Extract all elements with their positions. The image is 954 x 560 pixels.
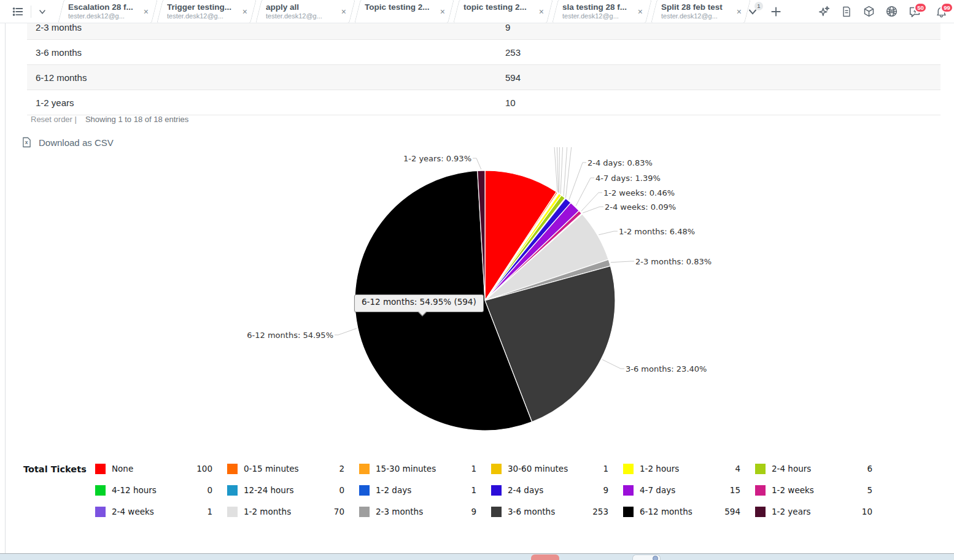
legend-swatch [623, 464, 634, 474]
background-pill-edge [632, 554, 661, 560]
legend-item: 1-2 years10 [755, 505, 887, 518]
legend-swatch [95, 485, 106, 496]
download-csv-label: Download as CSV [39, 137, 114, 148]
legend-label: 30-60 minutes [508, 464, 584, 474]
tab-subtitle: tester.desk12@g... [167, 12, 236, 20]
legend-value: 15 [716, 485, 740, 495]
tab-overflow-badge: 1 [754, 2, 763, 10]
callout-line [581, 193, 602, 211]
legend-label: 1-2 weeks [772, 485, 848, 495]
callout-line [599, 231, 618, 235]
legend-swatch [755, 464, 766, 474]
legend-value: 1 [584, 464, 608, 474]
table-row[interactable]: 3-6 months253 [27, 40, 940, 65]
tab-overflow-button[interactable]: 1 [747, 6, 759, 18]
legend-value: 253 [584, 507, 608, 516]
legend-title: Total Tickets [23, 464, 87, 474]
legend-label: 1-2 days [376, 485, 452, 495]
tab-close-icon[interactable]: × [144, 7, 149, 16]
tab-close-icon[interactable]: × [341, 7, 346, 16]
pie-slice-label: 1-2 months: 6.48% [619, 227, 695, 236]
legend-value: 1 [188, 507, 212, 516]
tab-close-icon[interactable]: × [737, 7, 742, 16]
tab-close-icon[interactable]: × [242, 7, 247, 16]
pie-slice-label: 2-4 weeks: 0.09% [605, 202, 676, 212]
legend-swatch [623, 485, 634, 496]
legend-label: None [112, 464, 188, 474]
tab-title: Escalation 28 f... [68, 2, 137, 12]
download-csv-link[interactable]: x Download as CSV [22, 137, 114, 148]
legend-item: 1-2 days1 [359, 483, 491, 497]
tab[interactable]: Split 28 feb testtester.desk12@g...× [651, 0, 750, 23]
legend-value: 594 [716, 507, 740, 516]
legend-value: 0 [188, 485, 212, 495]
legend-value: 10 [848, 507, 872, 516]
row-label: 1-2 years [27, 98, 505, 108]
pie-slice-label: 2-3 months: 0.83% [635, 257, 712, 266]
legend-label: 4-12 hours [112, 485, 188, 495]
pie-slice-label: 6-12 months: 54.95% [247, 331, 333, 340]
legend-label: 2-4 days [508, 485, 584, 495]
legend-item: 1-2 hours4 [623, 462, 755, 475]
legend-item: 3-6 months253 [491, 505, 623, 518]
legend-swatch [755, 485, 766, 496]
legend-value: 9 [452, 507, 476, 516]
legend-item: None100 [95, 462, 227, 475]
tab[interactable]: topic testing 2...× [454, 0, 553, 23]
callout-line [559, 147, 560, 193]
add-tab-button[interactable] [770, 6, 782, 18]
ticket-list-icon[interactable] [11, 5, 25, 18]
tab[interactable]: apply alltester.desk12@g...× [256, 0, 355, 23]
row-value: 594 [505, 72, 940, 83]
legend-label: 2-3 months [376, 507, 452, 516]
tab-close-icon[interactable]: × [440, 7, 445, 16]
tab-close-icon[interactable]: × [638, 7, 643, 16]
legend-value: 70 [320, 507, 344, 516]
table-row[interactable]: 6-12 months594 [27, 65, 940, 90]
row-label: 2-3 months [27, 22, 505, 33]
tab-title: topic testing 2... [463, 2, 532, 12]
tab[interactable]: Topic testing 2...× [355, 0, 454, 23]
legend-label: 1-2 hours [640, 464, 716, 474]
tab[interactable]: sla testing 28 f...tester.desk12@g...× [553, 0, 651, 23]
svg-text:x: x [25, 139, 28, 145]
legend-item: 4-12 hours0 [95, 483, 227, 497]
legend-label: 4-7 days [640, 485, 716, 495]
report-table: 2-3 months93-6 months2536-12 months5941-… [27, 15, 940, 115]
row-label: 3-6 months [27, 47, 505, 58]
legend-label: 12-24 hours [244, 485, 320, 495]
tab-close-icon[interactable]: × [539, 7, 544, 16]
bell-icon[interactable]: 99 [935, 5, 948, 18]
row-value: 9 [505, 22, 940, 33]
sparkles-icon[interactable] [818, 5, 831, 18]
legend-swatch [755, 507, 766, 517]
chat-icon[interactable]: 50 [908, 5, 921, 18]
pie-slice-label: 2-4 days: 0.83% [588, 158, 653, 167]
legend-swatch [491, 464, 502, 474]
apps-cube-icon[interactable] [863, 5, 875, 18]
legend-item: 1-2 weeks5 [755, 483, 887, 497]
tab[interactable]: Trigger testing...tester.desk12@g...× [157, 0, 256, 23]
reset-order-link[interactable]: Reset order | [31, 115, 77, 124]
legend-value: 100 [188, 464, 212, 474]
globe-icon[interactable] [885, 5, 898, 18]
tab-title: Trigger testing... [167, 2, 236, 12]
tab[interactable]: Escalation 28 f...tester.desk12@g...× [58, 0, 157, 23]
legend-item: 0-15 minutes2 [227, 462, 359, 475]
document-icon[interactable] [840, 6, 853, 18]
table-row[interactable]: 1-2 years10 [27, 90, 940, 115]
callout-line [473, 158, 481, 169]
tab-subtitle: tester.desk12@g... [562, 12, 631, 20]
legend-item: 15-30 minutes1 [359, 462, 491, 475]
legend-label: 1-2 months [244, 507, 320, 516]
legend-value: 2 [320, 464, 344, 474]
legend-value: 1 [452, 464, 476, 474]
callout-line [583, 207, 603, 213]
background-dialog-edge [531, 554, 559, 560]
chevron-down-icon[interactable] [37, 7, 47, 17]
legend-value: 4 [716, 464, 740, 474]
callout-line [569, 163, 586, 200]
showing-entries-text: Showing 1 to 18 of 18 entries [85, 115, 188, 124]
callout-line [602, 359, 624, 369]
chart-legend: None1000-15 minutes215-30 minutes130-60 … [95, 462, 887, 518]
